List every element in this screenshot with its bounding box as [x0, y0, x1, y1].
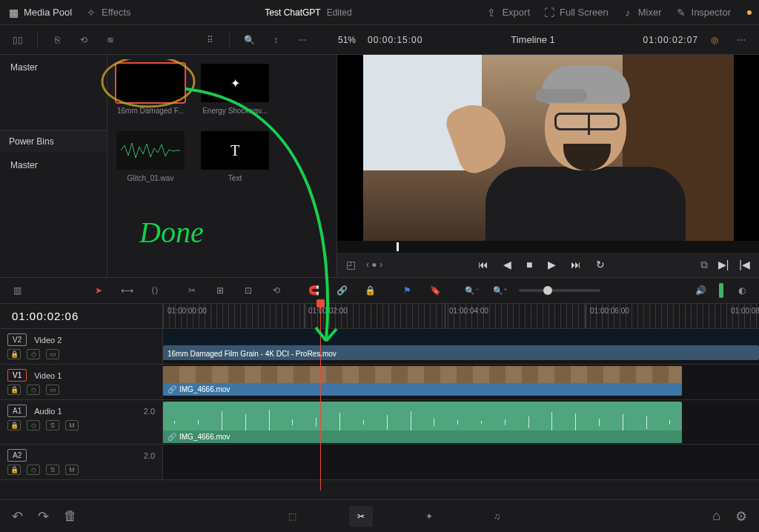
zoom-out-btn[interactable]: 🔍⁻ [463, 281, 482, 300]
dim-audio-btn[interactable]: ◐ [732, 281, 752, 300]
insert-btn[interactable]: ⊞ [211, 281, 230, 300]
flag-btn[interactable]: ⚑ [397, 281, 417, 300]
tl-view-btn[interactable]: ▥ [7, 281, 27, 300]
sort-btn[interactable]: ↕ [265, 30, 286, 50]
viewer-video[interactable] [337, 55, 759, 241]
clip-v2[interactable]: 16mm Damaged Film Grain - 4K DCI - ProRe… [163, 345, 759, 360]
fullscreen-btn[interactable]: ⛶Full Screen [543, 7, 609, 19]
settings-btn[interactable]: ⚙ [735, 508, 747, 525]
media-pool-btn[interactable]: ▦ Media Pool [7, 7, 72, 19]
home-btn[interactable]: ⌂ [712, 508, 720, 524]
thumb-view-btn[interactable]: ⠿ [199, 30, 220, 50]
solo-btn[interactable]: S [46, 420, 59, 430]
playhead[interactable] [320, 304, 321, 491]
crop-icon[interactable]: ◰ [346, 259, 356, 270]
clip-a1[interactable]: 🔗IMG_4666.mov [163, 402, 682, 443]
bin-master[interactable]: Master [0, 55, 107, 80]
redo-btn[interactable]: ↷ [38, 508, 49, 525]
overwrite-btn[interactable]: ⊡ [239, 281, 258, 300]
inspector-icon: ✎ [675, 7, 687, 19]
mark-in-btn[interactable]: ▶| [718, 259, 729, 270]
track-disable-icon[interactable]: ▭ [46, 385, 59, 395]
mute-btn[interactable]: M [65, 420, 79, 430]
action-btn[interactable]: ≋ [100, 30, 121, 50]
clip-thumb-energy[interactable]: ✦ Energy Shockwav... [201, 64, 269, 115]
timeline-ruler[interactable]: 01:00:00:00 01:00:02:00 01:00:04:00 01:0… [163, 304, 759, 328]
volume-icon[interactable]: 🔊 [691, 281, 710, 300]
lock-icon[interactable]: 🔒 [7, 349, 21, 359]
play-reverse-btn[interactable]: ◀ [503, 259, 511, 270]
viewer-scrub[interactable] [337, 241, 759, 253]
viewer-controls: ◰ ‹ ● › ⏮ ◀ ■ ▶ ⏭ ↻ ⧉ ▶| |◀ [337, 253, 759, 277]
auto-select-icon[interactable]: ◇ [27, 420, 40, 430]
trim-tool[interactable]: ⟷ [117, 281, 136, 300]
audio-wave-icon [121, 139, 180, 162]
snap-btn[interactable]: 🧲 [304, 281, 323, 300]
page-media[interactable]: ⬚ [281, 506, 305, 527]
page-edit[interactable]: ✦ [417, 506, 441, 527]
effects-btn[interactable]: ✧ Effects [85, 7, 131, 19]
arrow-tool[interactable]: ➤ [89, 281, 108, 300]
record-timecode[interactable]: 01:00:02:07 [643, 35, 698, 45]
page-fairlight[interactable]: ♫ [485, 506, 509, 527]
mute-btn[interactable]: M [65, 465, 79, 475]
track-head-v2[interactable]: V2Video 2 🔒◇▭ [0, 329, 163, 364]
layout-btn[interactable]: ▯▯ [7, 30, 28, 50]
blade-tool[interactable]: ✂ [182, 281, 202, 300]
more-btn[interactable]: ⋯ [292, 30, 313, 50]
export-btn[interactable]: ⇪Export [485, 7, 530, 19]
playhead-timecode[interactable]: 01:00:02:06 [0, 304, 163, 328]
track-lane-v2[interactable]: 16mm Damaged Film Grain - 4K DCI - ProRe… [163, 329, 759, 364]
track-disable-icon[interactable]: ▭ [46, 349, 59, 359]
dynamic-trim-tool[interactable]: ⟨⟩ [145, 281, 165, 300]
viewer-more-btn[interactable]: ⋯ [731, 30, 752, 50]
undo-btn[interactable]: ↶ [12, 508, 23, 525]
auto-select-icon[interactable]: ◇ [27, 349, 40, 359]
track-lane-v1[interactable]: 🔗IMG_4666.mov [163, 365, 759, 399]
clip-thumb-glitch[interactable]: Glitch_01.wav [116, 131, 185, 182]
clip-v1[interactable]: 🔗IMG_4666.mov [163, 366, 682, 396]
auto-select-icon[interactable]: ◇ [27, 465, 40, 475]
play-btn[interactable]: ▶ [548, 259, 556, 270]
clip-thumb-text[interactable]: T Text [201, 131, 269, 182]
link-btn[interactable]: 🔗 [332, 281, 351, 300]
track-head-v1[interactable]: V1Video 1 🔒◇▭ [0, 365, 163, 399]
track-head-a1[interactable]: A1Audio 12.0 🔒◇SM [0, 400, 163, 444]
clip-thumb-16mm[interactable]: 16mm Damaged F... [116, 64, 185, 115]
mark-out-btn[interactable]: |◀ [739, 259, 750, 270]
track-lane-a1[interactable]: 🔗IMG_4666.mov [163, 400, 759, 444]
timeline-name[interactable]: Timeline 1 [428, 34, 637, 45]
lock-icon[interactable]: 🔒 [7, 385, 21, 395]
lock-icon[interactable]: 🔒 [7, 465, 21, 475]
sync-btn[interactable]: ⟲ [73, 30, 94, 50]
zoom-slider[interactable] [519, 289, 600, 292]
media-browser[interactable]: 16mm Damaged F... ✦ Energy Shockwav... G… [107, 55, 337, 277]
inspector-btn[interactable]: ✎Inspector [675, 7, 731, 19]
jump-end-btn[interactable]: ⏭ [571, 259, 581, 270]
match-frame-btn[interactable]: ⧉ [700, 259, 708, 271]
track-head-a2[interactable]: A22.0 🔒◇SM [0, 445, 163, 479]
project-state: Edited [327, 7, 352, 18]
track-lane-a2[interactable] [163, 445, 759, 479]
source-timecode[interactable]: 00:00:15:00 [368, 35, 422, 45]
lock-icon[interactable]: 🔒 [7, 420, 21, 430]
loop-btn[interactable]: ↻ [596, 259, 605, 270]
zoom-in-btn[interactable]: 🔍⁺ [491, 281, 510, 300]
page-cut[interactable]: ✂ [349, 506, 373, 527]
delete-btn[interactable]: 🗑 [64, 508, 77, 524]
solo-btn[interactable]: S [46, 465, 59, 475]
import-btn[interactable]: ⎘ [47, 30, 67, 50]
lock-btn[interactable]: 🔒 [360, 281, 380, 300]
color-ring-icon[interactable]: ◎ [704, 30, 725, 50]
power-bin-master[interactable]: Master [0, 153, 107, 178]
loop-range-btn[interactable]: ‹ ● › [366, 259, 382, 270]
viewer-zoom[interactable]: 51% [332, 35, 362, 45]
marker-btn[interactable]: 🔖 [425, 281, 445, 300]
mixer-btn[interactable]: ♪Mixer [622, 7, 662, 19]
auto-select-icon[interactable]: ◇ [27, 385, 40, 395]
stop-btn[interactable]: ■ [526, 259, 532, 270]
search-btn[interactable]: 🔍 [239, 30, 259, 50]
jump-start-btn[interactable]: ⏮ [478, 259, 488, 270]
project-name: Test ChatGPT [265, 7, 320, 18]
replace-btn[interactable]: ⟲ [267, 281, 286, 300]
